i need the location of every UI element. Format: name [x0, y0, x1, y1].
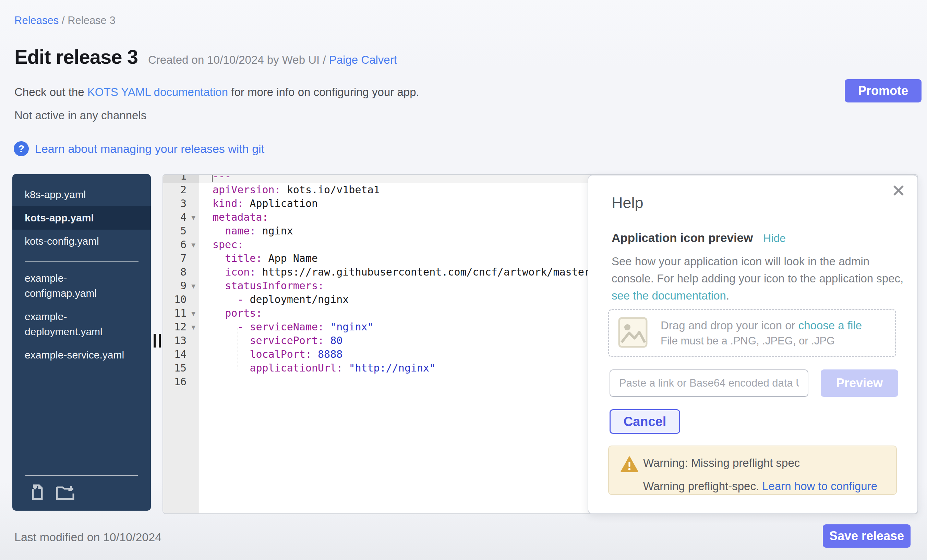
doc-prefix: Check out the	[14, 86, 87, 99]
preflight-warning: Warning: Missing preflight spec Warning …	[608, 446, 897, 495]
breadcrumb-releases-link[interactable]: Releases	[14, 14, 59, 26]
gutter-cell[interactable]: 11▼	[163, 307, 199, 320]
title-row: Edit release 3 Created on 10/10/2024 by …	[14, 45, 397, 68]
code-text[interactable]: metadata:	[199, 211, 269, 224]
gutter-cell[interactable]: 1	[163, 174, 199, 183]
section-title: Application icon preview	[612, 231, 753, 245]
gutter-cell[interactable]: 10	[163, 293, 199, 307]
breadcrumb-current: Release 3	[68, 14, 115, 26]
close-icon[interactable]: ✕	[891, 182, 906, 199]
help-description-line1: See how your application icon will look …	[612, 253, 903, 270]
sidebar-file-kots-config.yaml[interactable]: kots-config.yaml	[12, 230, 151, 253]
gutter-cell[interactable]: 4▼	[163, 211, 199, 224]
gutter-cell[interactable]: 7	[163, 252, 199, 265]
drag-handle[interactable]	[153, 334, 163, 348]
code-text[interactable]: - serviceName: "nginx"	[199, 320, 374, 334]
icon-link-row: Preview	[609, 369, 898, 397]
text-cursor	[212, 174, 213, 182]
gutter-cell[interactable]: 9▼	[163, 279, 199, 293]
code-text[interactable]: statusInformers:	[199, 279, 324, 293]
indent-guide	[237, 328, 238, 369]
warning-body: Warning preflight-spec. Learn how to con…	[643, 480, 877, 493]
code-text[interactable]: localPort: 8888	[199, 348, 342, 361]
sidebar-divider	[25, 261, 138, 262]
page-title: Edit release 3	[14, 45, 138, 68]
sidebar-file-example-service.yaml[interactable]: example-service.yaml	[12, 343, 151, 367]
gutter-cell[interactable]: 2	[163, 183, 199, 197]
file-sidebar: k8s-app.yamlkots-app.yamlkots-config.yam…	[12, 174, 151, 511]
file-list-bottom: example-configmap.yamlexample-deployment…	[12, 267, 151, 367]
code-text[interactable]: ports:	[199, 307, 262, 320]
gutter-cell[interactable]: 3	[163, 197, 199, 211]
code-text[interactable]: applicationUrl: "http://nginx"	[199, 361, 435, 375]
fold-arrow-icon[interactable]: ▼	[190, 320, 197, 334]
help-description-line2: console. For help adding your icon to th…	[612, 270, 903, 287]
kots-yaml-doc-link[interactable]: KOTS YAML documentation	[87, 86, 228, 99]
fold-arrow-icon[interactable]: ▼	[190, 307, 197, 320]
help-title: Help	[612, 194, 643, 212]
gutter-cell[interactable]: 16	[163, 375, 199, 389]
fold-arrow-icon[interactable]: ▼	[190, 279, 197, 293]
code-text[interactable]: title: App Name	[199, 252, 318, 265]
sidebar-file-example-configmap.yaml[interactable]: example-configmap.yaml	[12, 267, 151, 305]
code-text[interactable]: - deployment/nginx	[199, 293, 349, 307]
help-panel: ✕ Help Application icon preview Hide See…	[588, 175, 918, 514]
sidebar-footer	[12, 475, 151, 511]
sidebar-file-k8s-app.yaml[interactable]: k8s-app.yaml	[12, 183, 151, 206]
dropzone-subtext: File must be a .PNG, .JPEG, or .JPG	[661, 335, 862, 347]
icon-link-input[interactable]	[609, 369, 808, 397]
created-text: Created on 10/10/2024 by Web UI /	[148, 53, 326, 66]
breadcrumb-separator: /	[62, 14, 68, 26]
help-description-line3: see the documentation.	[612, 287, 903, 304]
gutter-cell[interactable]: 13	[163, 334, 199, 348]
warning-title: Warning: Missing preflight spec	[643, 457, 800, 469]
learn-configure-link[interactable]: Learn how to configure	[762, 480, 877, 492]
gutter-cell[interactable]: 12▼	[163, 320, 199, 334]
dropzone-text: Drag and drop your icon or choose a file…	[661, 319, 862, 347]
doc-line: Check out the KOTS YAML documentation fo…	[14, 86, 419, 99]
promote-button[interactable]: Promote	[845, 79, 921, 102]
main-row: k8s-app.yamlkots-app.yamlkots-config.yam…	[12, 174, 918, 514]
code-text[interactable]: servicePort: 80	[199, 334, 342, 348]
last-modified-text: Last modified on 10/10/2024	[14, 531, 161, 544]
git-help-row: ? Learn about managing your releases wit…	[14, 141, 264, 156]
fold-arrow-icon[interactable]: ▼	[190, 238, 197, 252]
cancel-button[interactable]: Cancel	[609, 409, 680, 434]
sidebar-file-kots-app.yaml[interactable]: kots-app.yaml	[12, 206, 151, 230]
code-text[interactable]: icon: https://raw.githubusercontent.com/…	[199, 265, 597, 279]
add-file-icon[interactable]	[29, 484, 45, 500]
gutter-cell[interactable]: 5	[163, 224, 199, 238]
sidebar-footer-icons	[12, 476, 151, 511]
channel-status: Not active in any channels	[14, 109, 146, 122]
file-list-top: k8s-app.yamlkots-app.yamlkots-config.yam…	[12, 174, 151, 253]
code-text[interactable]	[199, 375, 213, 389]
gutter-cell[interactable]: 14	[163, 348, 199, 361]
code-text[interactable]: kind: Application	[199, 197, 318, 211]
warning-icon	[620, 456, 638, 474]
icon-preview-section: Application icon preview Hide	[612, 231, 786, 245]
gutter-cell[interactable]: 15	[163, 361, 199, 375]
image-placeholder-icon	[618, 317, 647, 349]
created-info: Created on 10/10/2024 by Web UI / Paige …	[148, 53, 397, 67]
preview-button[interactable]: Preview	[821, 369, 898, 397]
doc-suffix: for more info on configuring your app.	[228, 86, 419, 99]
icon-dropzone[interactable]: Drag and drop your icon or choose a file…	[608, 309, 896, 357]
hide-link[interactable]: Hide	[763, 232, 786, 245]
fold-arrow-icon[interactable]: ▼	[190, 211, 197, 225]
gutter-cell[interactable]: 8	[163, 265, 199, 279]
choose-file-link[interactable]: choose a file	[798, 319, 862, 332]
code-text[interactable]: name: nginx	[199, 224, 293, 238]
git-releases-link[interactable]: Learn about managing your releases with …	[35, 142, 264, 156]
code-text[interactable]: ---	[199, 174, 231, 183]
sidebar-file-example-deployment.yaml[interactable]: example-deployment.yaml	[12, 305, 151, 343]
save-release-button[interactable]: Save release	[823, 524, 910, 548]
gutter-cell[interactable]: 6▼	[163, 238, 199, 252]
code-text[interactable]: apiVersion: kots.io/v1beta1	[199, 183, 380, 197]
code-text[interactable]: spec:	[199, 238, 243, 252]
add-folder-icon[interactable]	[56, 484, 75, 500]
created-by-link[interactable]: Paige Calvert	[329, 53, 397, 66]
question-icon: ?	[14, 141, 29, 156]
edit-release-page: { "colors":{ "accent":"#6a73f1","link_bl…	[0, 0, 927, 560]
breadcrumb: Releases / Release 3	[14, 14, 115, 27]
see-documentation-link[interactable]: see the documentation	[612, 289, 726, 302]
